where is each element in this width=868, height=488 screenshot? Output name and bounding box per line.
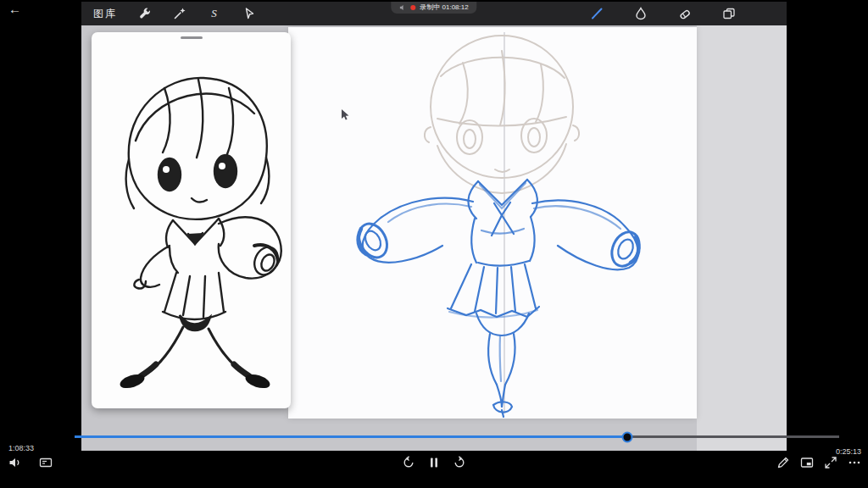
rotate-left-button[interactable] <box>402 456 415 469</box>
eraser-button[interactable] <box>677 7 692 21</box>
resize-icon <box>824 456 837 469</box>
picture-in-picture-button[interactable] <box>800 456 814 469</box>
transform-button[interactable] <box>242 7 256 21</box>
danmaku-display-button[interactable] <box>39 456 53 469</box>
progress-fill <box>75 435 627 438</box>
brush-icon <box>590 7 604 20</box>
drawing-paper[interactable] <box>288 27 697 419</box>
picture-in-picture-icon <box>800 456 814 469</box>
volume-button[interactable] <box>8 456 22 469</box>
rotate-right-button[interactable] <box>453 456 466 469</box>
rotate-right-icon <box>453 456 466 469</box>
selection-s-glyph: S <box>211 7 217 20</box>
layers-button[interactable] <box>721 7 736 21</box>
magic-wand-icon <box>173 7 186 20</box>
layers-icon <box>722 7 736 20</box>
danmaku-display-icon <box>39 456 53 469</box>
progress-track[interactable] <box>75 435 839 438</box>
resize-button[interactable] <box>824 456 837 469</box>
actions-wrench-button[interactable] <box>137 7 152 21</box>
canvas-sketch <box>288 27 697 419</box>
smudge-button[interactable] <box>633 7 648 21</box>
more-button[interactable] <box>848 456 861 469</box>
recording-dot <box>410 5 415 10</box>
back-button[interactable]: ← <box>8 3 21 15</box>
transform-arrow-icon <box>242 7 256 20</box>
recording-label: 录制中 01:08:12 <box>420 4 468 11</box>
player-controls-left <box>8 456 53 469</box>
muted-speaker-icon <box>399 4 406 11</box>
volume-icon <box>8 456 22 469</box>
reference-panel[interactable] <box>92 32 291 408</box>
remaining-time: 0:25:13 <box>836 447 861 456</box>
more-icon <box>848 456 861 469</box>
edit-button[interactable] <box>776 456 790 469</box>
selection-button[interactable]: S <box>207 7 221 21</box>
wrench-icon <box>138 7 152 20</box>
player-controls-center <box>402 456 466 469</box>
player-controls-right <box>776 456 861 469</box>
pause-icon <box>427 456 441 469</box>
smudge-drop-icon <box>634 7 648 20</box>
recording-badge[interactable]: 录制中 01:08:12 <box>391 2 476 14</box>
edit-pencil-icon <box>776 456 790 469</box>
current-time: 1:08:33 <box>8 444 34 452</box>
reference-sketch <box>92 32 291 408</box>
eraser-icon <box>678 7 692 20</box>
app-window: 图库 S <box>81 2 787 451</box>
gallery-button[interactable]: 图库 <box>93 7 117 21</box>
adjustments-button[interactable] <box>172 7 186 21</box>
video-player: 图库 S <box>0 0 868 488</box>
mouse-cursor <box>341 108 351 122</box>
progress-handle[interactable] <box>622 431 633 442</box>
pause-button[interactable] <box>427 456 441 469</box>
canvas-area[interactable] <box>81 25 787 451</box>
canvas-side-strip <box>697 25 787 451</box>
brush-button-active[interactable] <box>589 7 604 21</box>
rotate-left-icon <box>402 456 415 469</box>
